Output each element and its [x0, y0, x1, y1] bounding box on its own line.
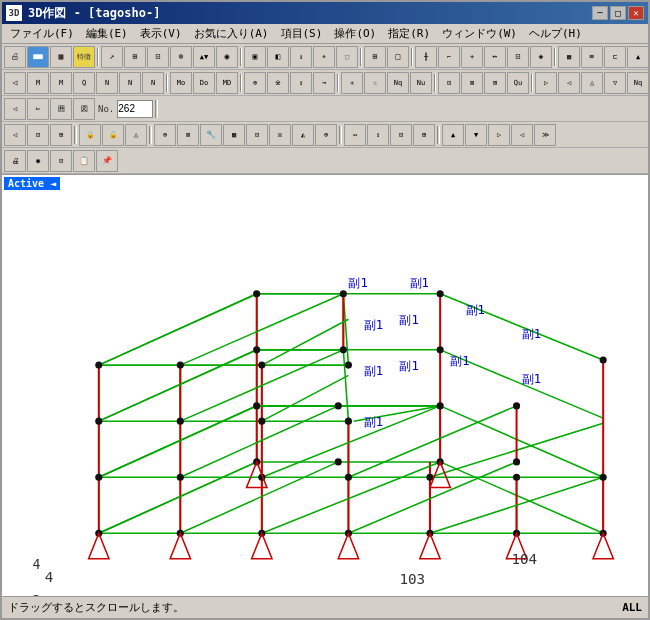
- menu-favorites[interactable]: お気に入り(A): [188, 24, 275, 43]
- toolbar-btn-r4-15[interactable]: ↔: [344, 124, 366, 146]
- toolbar-btn-r2-2[interactable]: M: [27, 72, 49, 94]
- toolbar-btn-6[interactable]: ⊞: [124, 46, 146, 68]
- toolbar-btn-r2-25[interactable]: △: [581, 72, 603, 94]
- toolbar-btn-22[interactable]: ⊡: [507, 46, 529, 68]
- toolbar-btn-24[interactable]: ▦: [558, 46, 580, 68]
- toolbar-btn-15[interactable]: ⬚: [336, 46, 358, 68]
- toolbar-btn-r5-4[interactable]: 📋: [73, 150, 95, 172]
- toolbar-btn-r4-17[interactable]: ⊡: [390, 124, 412, 146]
- menu-view[interactable]: 表示(V): [134, 24, 188, 43]
- toolbar-btn-8[interactable]: ⊗: [170, 46, 192, 68]
- toolbar-btn-3[interactable]: ▦: [50, 46, 72, 68]
- toolbar-btn-11[interactable]: ▣: [244, 46, 266, 68]
- toolbar-btn-r4-14[interactable]: ⊕: [315, 124, 337, 146]
- toolbar-btn-r2-3[interactable]: M: [50, 72, 72, 94]
- toolbar-btn-26[interactable]: ⊏: [604, 46, 626, 68]
- toolbar-btn-r4-19[interactable]: ▲: [442, 124, 464, 146]
- toolbar-btn-r4-9[interactable]: 🔧: [200, 124, 222, 146]
- toolbar-btn-21[interactable]: ↔: [484, 46, 506, 68]
- menu-file[interactable]: ファイル(F): [4, 24, 80, 43]
- toolbar-btn-r4-18[interactable]: ⊞: [413, 124, 435, 146]
- restore-button[interactable]: □: [610, 6, 626, 20]
- toolbar-btn-r2-11[interactable]: ⊕: [244, 72, 266, 94]
- toolbar-btn-r4-16[interactable]: ↕: [367, 124, 389, 146]
- number-input[interactable]: [117, 100, 153, 118]
- toolbar-btn-r2-18[interactable]: Nu: [410, 72, 432, 94]
- toolbar-btn-13[interactable]: ↕: [290, 46, 312, 68]
- toolbar-btn-23[interactable]: ◈: [530, 46, 552, 68]
- toolbar-btn-r2-7[interactable]: N: [142, 72, 164, 94]
- toolbar-btn-r4-3[interactable]: ⊞: [50, 124, 72, 146]
- toolbar-btn-r2-4[interactable]: Q: [73, 72, 95, 94]
- toolbar-btn-5[interactable]: ↗: [101, 46, 123, 68]
- toolbar-btn-r3-4[interactable]: 図: [73, 98, 95, 120]
- toolbar-btn-r4-5[interactable]: 🔓: [102, 124, 124, 146]
- toolbar-btn-r4-22[interactable]: ◁: [511, 124, 533, 146]
- toolbar-btn-r4-23[interactable]: ≫: [534, 124, 556, 146]
- menu-operation[interactable]: 操作(O): [328, 24, 382, 43]
- toolbar-btn-r4-13[interactable]: ◭: [292, 124, 314, 146]
- toolbar-btn-r2-8[interactable]: Mo: [170, 72, 192, 94]
- menu-specify[interactable]: 指定(R): [382, 24, 436, 43]
- toolbar-btn-r4-1[interactable]: ◁: [4, 124, 26, 146]
- toolbar-btn-10[interactable]: ◉: [216, 46, 238, 68]
- toolbar-btn-r3-2[interactable]: ⇐: [27, 98, 49, 120]
- toolbar-btn-r2-12[interactable]: ※: [267, 72, 289, 94]
- toolbar-btn-r4-8[interactable]: ⊠: [177, 124, 199, 146]
- toolbar-btn-r2-5[interactable]: N: [96, 72, 118, 94]
- toolbar-btn-4[interactable]: 特徴: [73, 46, 95, 68]
- toolbar-btn-16[interactable]: ⊞: [364, 46, 386, 68]
- toolbar-btn-r2-20[interactable]: ⊠: [461, 72, 483, 94]
- toolbar-btn-r2-23[interactable]: ▷: [535, 72, 557, 94]
- toolbar-btn-r2-27[interactable]: Nq: [627, 72, 649, 94]
- toolbar-btn-r5-3[interactable]: ⊡: [50, 150, 72, 172]
- toolbar-btn-r4-10[interactable]: ▦: [223, 124, 245, 146]
- toolbar-btn-r4-6[interactable]: △: [125, 124, 147, 146]
- toolbar-btn-r2-21[interactable]: ⊞: [484, 72, 506, 94]
- toolbar-btn-r2-13[interactable]: ↕: [290, 72, 312, 94]
- menu-edit[interactable]: 編集(E): [80, 24, 134, 43]
- toolbar-btn-18[interactable]: ╫: [415, 46, 437, 68]
- minimize-button[interactable]: ─: [592, 6, 608, 20]
- close-button[interactable]: ✕: [628, 6, 644, 20]
- toolbar-btn-r4-11[interactable]: ⊡: [246, 124, 268, 146]
- toolbar-btn-14[interactable]: ⌖: [313, 46, 335, 68]
- toolbar-btn-r3-3[interactable]: 囲: [50, 98, 72, 120]
- toolbar-btn-r5-2[interactable]: ◉: [27, 150, 49, 172]
- toolbar-btn-1[interactable]: 🖨: [4, 46, 26, 68]
- toolbar-btn-7[interactable]: ⊡: [147, 46, 169, 68]
- toolbar-btn-r4-12[interactable]: ☒: [269, 124, 291, 146]
- toolbar-btn-20[interactable]: +: [461, 46, 483, 68]
- toolbar-btn-r4-4[interactable]: 🔒: [79, 124, 101, 146]
- toolbar-btn-r2-16[interactable]: ☆: [364, 72, 386, 94]
- menu-item[interactable]: 項目(S): [275, 24, 329, 43]
- canvas-area[interactable]: Active ◄: [2, 175, 648, 596]
- menu-help[interactable]: ヘルプ(H): [523, 24, 588, 43]
- toolbar-btn-r2-17[interactable]: Nq: [387, 72, 409, 94]
- toolbar-btn-r2-24[interactable]: ◁: [558, 72, 580, 94]
- toolbar-btn-27[interactable]: ▲: [627, 46, 649, 68]
- toolbar-btn-r4-21[interactable]: ▷: [488, 124, 510, 146]
- toolbar-btn-25[interactable]: ≡: [581, 46, 603, 68]
- toolbar-btn-r4-7[interactable]: ⊕: [154, 124, 176, 146]
- toolbar-btn-r2-26[interactable]: ▽: [604, 72, 626, 94]
- toolbar-btn-r2-22[interactable]: Qu: [507, 72, 529, 94]
- toolbar-btn-r2-1[interactable]: ◁: [4, 72, 26, 94]
- toolbar-btn-r4-2[interactable]: ⊡: [27, 124, 49, 146]
- toolbar-btn-2[interactable]: ■■: [27, 46, 49, 68]
- toolbar-btn-r2-10[interactable]: MD: [216, 72, 238, 94]
- menu-window[interactable]: ウィンドウ(W): [436, 24, 523, 43]
- toolbar-btn-r2-6[interactable]: N: [119, 72, 141, 94]
- toolbar-btn-9[interactable]: ▲▼: [193, 46, 215, 68]
- toolbar-btn-12[interactable]: ◧: [267, 46, 289, 68]
- toolbar-btn-r4-20[interactable]: ▼: [465, 124, 487, 146]
- toolbar-btn-r2-14[interactable]: ⊸: [313, 72, 335, 94]
- toolbar-btn-r5-5[interactable]: 📌: [96, 150, 118, 172]
- toolbar-btn-r3-1[interactable]: ◁: [4, 98, 26, 120]
- toolbar-btn-17[interactable]: □: [387, 46, 409, 68]
- toolbar-btn-19[interactable]: ⌐: [438, 46, 460, 68]
- toolbar-btn-r2-19[interactable]: ⊡: [438, 72, 460, 94]
- toolbar-btn-r5-1[interactable]: 🖨: [4, 150, 26, 172]
- toolbar-btn-r2-15[interactable]: ✳: [341, 72, 363, 94]
- toolbar-btn-r2-9[interactable]: Do: [193, 72, 215, 94]
